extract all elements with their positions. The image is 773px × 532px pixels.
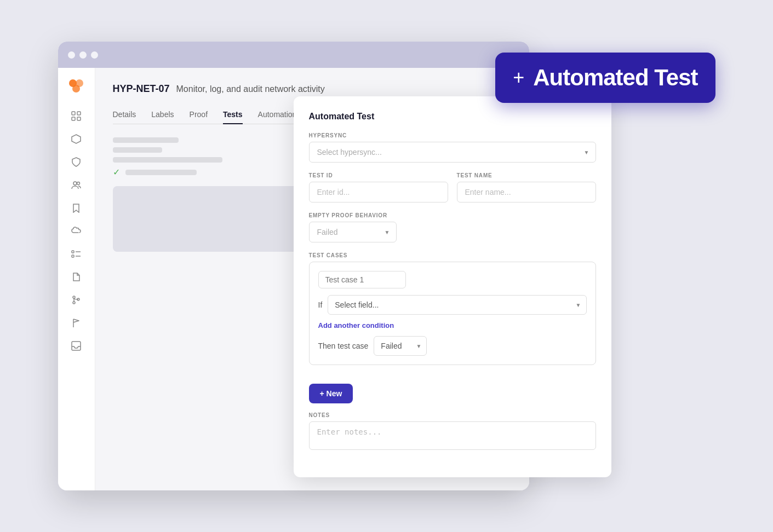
sidebar-box-icon[interactable] (66, 129, 86, 149)
sidebar-people-icon[interactable] (66, 175, 86, 195)
test-cases-section: TEST CASES If Select field... Add anothe… (309, 252, 596, 365)
sidebar-branch-icon[interactable] (66, 290, 86, 310)
svg-rect-16 (72, 342, 81, 350)
empty-proof-select[interactable]: Failed Passed Skipped (309, 222, 397, 242)
svg-point-7 (73, 182, 77, 185)
floating-badge[interactable]: + Automated Test (495, 53, 715, 103)
test-id-label: TEST ID (309, 172, 448, 178)
test-name-section: TEST NAME (457, 172, 596, 203)
then-label: Then test case (318, 342, 369, 350)
modal-title: Automated Test (309, 112, 596, 122)
hypersync-label: HYPERSYNC (309, 132, 596, 138)
svg-point-2 (72, 85, 80, 92)
sidebar-grid-icon[interactable] (66, 106, 86, 126)
page-id: HYP-NET-07 (113, 83, 170, 95)
test-name-label: TEST NAME (457, 172, 596, 178)
svg-point-14 (73, 302, 75, 304)
sidebar-shield-icon[interactable] (66, 152, 86, 172)
test-id-name-row: TEST ID TEST NAME (309, 172, 596, 212)
if-label: If (318, 300, 323, 309)
svg-rect-3 (72, 112, 75, 115)
empty-proof-select-wrapper[interactable]: Failed Passed Skipped (309, 222, 397, 242)
test-case-name-input[interactable] (318, 271, 406, 288)
tab-tests[interactable]: Tests (223, 106, 243, 124)
svg-rect-6 (77, 117, 81, 120)
notes-label: NOTES (309, 412, 596, 418)
then-row: Then test case Failed Passed Skipped (318, 336, 587, 356)
notes-textarea[interactable] (309, 421, 596, 450)
empty-proof-label: EMPTY PROOF BEHAVIOR (309, 212, 596, 218)
sidebar-list-icon[interactable] (66, 244, 86, 264)
traffic-light-red[interactable] (68, 51, 75, 59)
page-title: Monitor, log, and audit network activity (176, 84, 325, 94)
test-id-section: TEST ID (309, 172, 448, 203)
test-cases-box: If Select field... Add another condition… (309, 262, 596, 365)
traffic-light-green[interactable] (91, 51, 98, 59)
skeleton-line-4 (125, 170, 197, 175)
svg-rect-5 (72, 117, 75, 120)
tab-labels[interactable]: Labels (151, 106, 174, 124)
new-button[interactable]: + New (309, 384, 353, 403)
browser-titlebar (58, 42, 529, 68)
hypersync-select-wrapper[interactable]: Select hypersync... (309, 142, 596, 163)
skeleton-line-1 (113, 137, 179, 143)
test-name-input[interactable] (457, 182, 596, 203)
svg-rect-4 (77, 112, 81, 115)
test-id-input[interactable] (309, 182, 448, 203)
floating-badge-text: Automated Test (533, 65, 697, 91)
skeleton-line-2 (113, 147, 162, 153)
page-header: HYP-NET-07 Monitor, log, and audit netwo… (113, 83, 512, 95)
hypersync-section: HYPERSYNC Select hypersync... (309, 132, 596, 163)
sidebar-cloud-icon[interactable] (66, 221, 86, 241)
svg-rect-9 (72, 251, 74, 253)
condition-field-select-wrapper[interactable]: Select field... (328, 295, 586, 315)
hypersync-select[interactable]: Select hypersync... (309, 142, 596, 163)
condition-field-select[interactable]: Select field... (328, 295, 586, 315)
then-select[interactable]: Failed Passed Skipped (374, 336, 427, 356)
sidebar-flag-icon[interactable] (66, 313, 86, 333)
sidebar-bookmark-icon[interactable] (66, 198, 86, 218)
sidebar-file-icon[interactable] (66, 267, 86, 287)
then-select-wrapper[interactable]: Failed Passed Skipped (374, 336, 427, 356)
floating-badge-icon: + (513, 66, 524, 89)
app-logo[interactable] (66, 77, 86, 96)
svg-rect-11 (72, 255, 74, 257)
add-condition-link[interactable]: Add another condition (318, 321, 394, 329)
sidebar (58, 68, 95, 490)
notes-section: NOTES (309, 412, 596, 452)
checkmark-icon: ✓ (113, 167, 120, 177)
traffic-light-yellow[interactable] (79, 51, 87, 59)
condition-row: If Select field... (318, 295, 587, 315)
empty-proof-section: EMPTY PROOF BEHAVIOR Failed Passed Skipp… (309, 212, 596, 242)
sidebar-inbox-icon[interactable] (66, 336, 86, 356)
tab-details[interactable]: Details (113, 106, 136, 124)
skeleton-line-3 (113, 157, 222, 163)
tab-proof[interactable]: Proof (190, 106, 208, 124)
svg-point-8 (77, 182, 80, 185)
modal-panel: Automated Test HYPERSYNC Select hypersyn… (294, 96, 611, 477)
test-cases-label: TEST CASES (309, 252, 596, 258)
svg-point-13 (73, 296, 75, 298)
